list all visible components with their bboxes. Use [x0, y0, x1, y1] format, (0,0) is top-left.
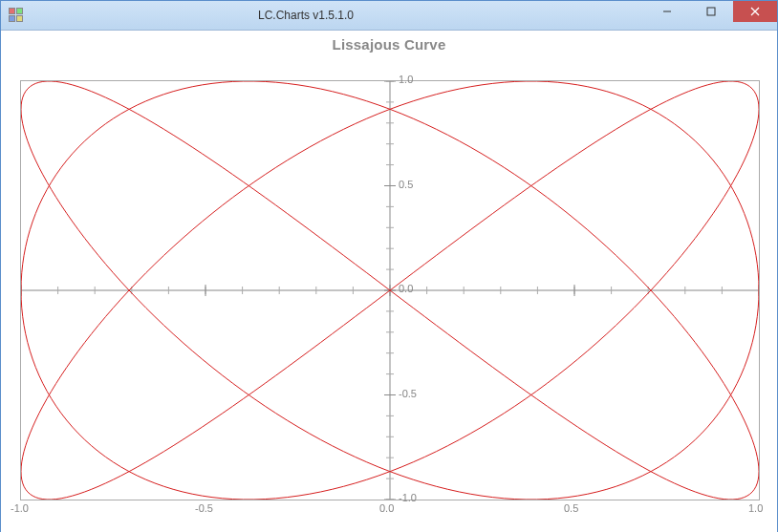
x-tick-label: -0.5 [195, 502, 213, 514]
svg-rect-1 [707, 8, 715, 15]
close-button[interactable] [733, 1, 777, 22]
x-tick-label: 0.0 [379, 502, 394, 514]
y-tick-label: 0.0 [399, 283, 413, 294]
app-icon [9, 8, 24, 23]
maximize-button[interactable] [689, 1, 733, 22]
minimize-button[interactable] [645, 1, 689, 22]
y-tick-label: -0.5 [399, 388, 417, 399]
x-tick-label: 1.0 [748, 502, 763, 514]
y-tick-label: 1.0 [399, 74, 413, 85]
y-tick-label: 0.5 [399, 179, 413, 190]
plot-svg [21, 81, 759, 500]
y-tick-label: -1.0 [399, 492, 417, 503]
x-tick-label: 0.5 [564, 502, 578, 514]
plot-area [20, 80, 760, 500]
client-area: Lissajous Curve -1.0-0.50.00.51.0-1.0-0.… [1, 31, 777, 532]
app-window: LC.Charts v1.5.1.0 Lissajous Curve -1.0-… [0, 0, 778, 532]
x-tick-label: -1.0 [11, 502, 29, 514]
window-controls [645, 1, 777, 30]
chart-title: Lissajous Curve [1, 31, 777, 53]
window-title: LC.Charts v1.5.1.0 [0, 9, 645, 22]
titlebar[interactable]: LC.Charts v1.5.1.0 [1, 1, 777, 31]
